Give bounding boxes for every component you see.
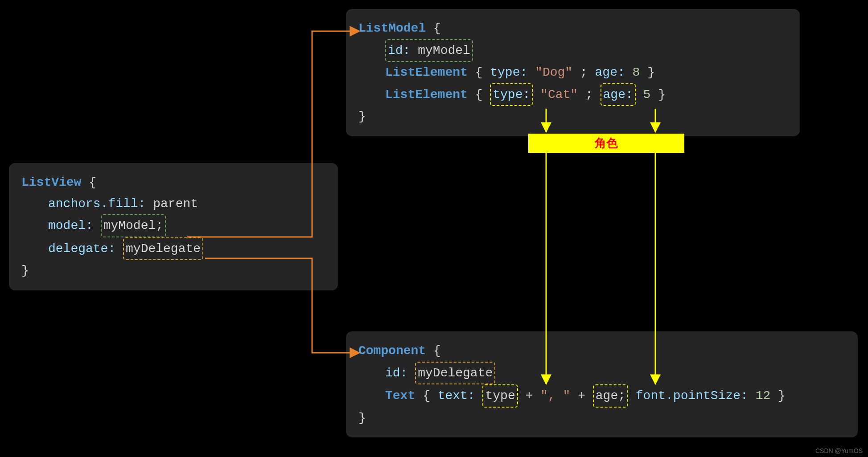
font-pointsize-value: 12 — [756, 389, 771, 403]
listelement-keyword: ListElement — [385, 88, 468, 102]
component-keyword: Component — [358, 344, 426, 358]
semicolon: ; — [580, 65, 595, 79]
anchors-fill-value-text: parent — [153, 197, 198, 211]
listview-panel: ListView { anchors.fill: parent model: m… — [9, 163, 338, 290]
component-id-highlight: myDelegate — [415, 362, 495, 385]
brace: { — [475, 88, 490, 102]
brace: } — [358, 110, 366, 123]
listmodel-panel: ListModel { id: myModel ListElement { ty… — [346, 9, 800, 136]
listmodel-keyword: ListModel — [358, 21, 426, 35]
type-prop: type: — [493, 88, 530, 102]
age-prop: age: — [595, 65, 625, 79]
plus-op: + — [578, 389, 585, 403]
type-var-highlight: type — [482, 384, 518, 408]
font-pointsize-prop: font.pointSize: — [636, 389, 748, 403]
listview-keyword: ListView — [21, 175, 81, 189]
anchors-fill-prop: anchors.fill: — [48, 197, 145, 211]
brace: { — [423, 389, 438, 403]
type-value-dog: "Dog" — [535, 65, 572, 79]
id-prop: id: — [388, 44, 410, 57]
text-prop: text: — [438, 389, 475, 403]
type-value-cat: "Cat" — [540, 88, 578, 102]
watermark: CSDN @YumOS — [815, 447, 863, 454]
age-var-highlight: age; — [593, 384, 628, 408]
brace: } — [658, 88, 666, 102]
component-panel: Component { id: myDelegate Text { text: … — [346, 331, 858, 437]
type-highlight: type: — [490, 83, 533, 106]
age-highlight: age: — [601, 83, 636, 106]
type-prop: type: — [490, 65, 527, 79]
brace: { — [89, 175, 96, 189]
model-value-highlight: myModel; — [101, 214, 166, 237]
brace: { — [433, 21, 441, 35]
brace: { — [433, 344, 441, 358]
brace: { — [475, 65, 490, 79]
semicolon: ; — [585, 88, 601, 102]
brace: } — [358, 411, 366, 425]
model-prop: model: — [48, 219, 93, 233]
text-keyword: Text — [385, 389, 415, 403]
listmodel-id-highlight: id: myModel — [385, 39, 473, 62]
age-prop: age: — [603, 88, 633, 102]
id-prop: id: — [385, 366, 407, 380]
plus-op: + — [526, 389, 533, 403]
brace: } — [21, 264, 29, 277]
separator-string: ", " — [540, 389, 570, 403]
brace: } — [647, 65, 655, 79]
listelement-keyword: ListElement — [385, 65, 468, 79]
age-value-5: 5 — [643, 88, 651, 102]
delegate-value-highlight: myDelegate — [123, 237, 203, 261]
delegate-prop: delegate: — [48, 242, 115, 256]
brace: } — [778, 389, 786, 403]
age-value-8: 8 — [633, 65, 640, 79]
role-label: 角色 — [528, 134, 684, 153]
id-value-text: myModel — [418, 44, 470, 57]
